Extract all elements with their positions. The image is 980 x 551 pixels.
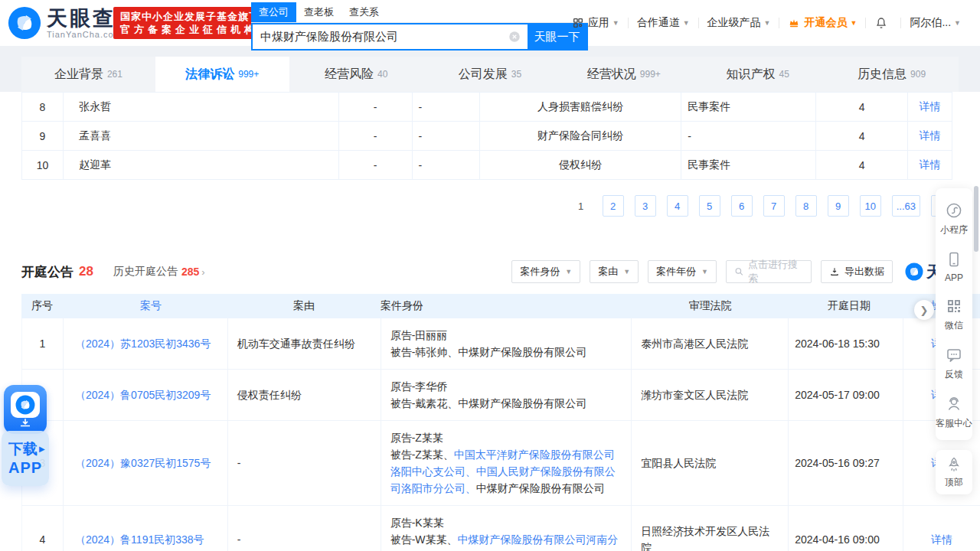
tab-6[interactable]: 历史信息909 <box>825 57 959 92</box>
page: 天眼查 TianYanCha.com 国家中小企业发展子基金旗下 官方备案企业征… <box>0 0 980 551</box>
search-input[interactable]: 中煤财产保险股份有限公司 <box>253 24 528 49</box>
filter-case-reason[interactable]: 案由▼ <box>590 260 639 283</box>
party-name: 张永哲 <box>64 93 339 121</box>
filter-case-role[interactable]: 案件身份▼ <box>511 260 580 283</box>
court-announcement-section-header: 开庭公告 28 历史开庭公告 285 › 案件身份▼ 案由▼ 案件年份▼ 点击进… <box>21 259 959 284</box>
history-count: 285 <box>181 266 199 278</box>
tab-2[interactable]: 经营风险40 <box>289 57 423 92</box>
tab-1[interactable]: 法律诉讼999+ <box>155 57 289 92</box>
page-scrollbar[interactable] <box>974 186 978 252</box>
search-placeholder: 点击进行搜索 <box>748 258 803 285</box>
nav-vip[interactable]: 开通会员▼ <box>779 16 865 30</box>
chevron-down-icon: ▼ <box>565 268 572 276</box>
search-tab-company[interactable]: 查公司 <box>251 2 296 22</box>
logo-swirl-icon <box>905 262 923 281</box>
tab-0[interactable]: 企业背景261 <box>21 57 155 92</box>
download-app-icon <box>4 385 47 434</box>
column-header-5: 开庭日期 <box>789 294 903 318</box>
bell-icon <box>874 16 888 30</box>
page-button-3[interactable]: 3 <box>635 195 656 217</box>
case-type: - <box>681 122 816 150</box>
filter-label: 案由 <box>598 265 618 279</box>
toolbar-label: 顶部 <box>945 476 963 489</box>
filter-label: 案件身份 <box>520 265 560 279</box>
feedback-icon <box>945 346 963 364</box>
defendants: 被告-韩张帅、中煤财产保险股份有限公司 <box>390 344 622 360</box>
tab-label: 公司发展 <box>459 67 508 83</box>
page-button-2[interactable]: 2 <box>603 195 624 217</box>
tab-3[interactable]: 公司发展35 <box>423 57 557 92</box>
table-search-input[interactable]: 点击进行搜索 <box>726 260 812 283</box>
tianyancha-logo[interactable]: 天眼查 TianYanCha.com <box>8 6 122 40</box>
detail-link[interactable]: 详情 <box>903 506 980 551</box>
chevron-down-icon: ▼ <box>764 19 771 27</box>
column-header-1: 案号 <box>63 294 227 318</box>
page-button-10[interactable]: 10 <box>860 195 881 217</box>
chevron-down-icon: ▼ <box>850 19 857 27</box>
notification-bell[interactable] <box>866 16 900 30</box>
nav-enterprise[interactable]: 企业级产品▼ <box>699 16 779 30</box>
grid-icon <box>572 17 584 29</box>
nav-partner[interactable]: 合作通道▼ <box>629 16 698 30</box>
tab-label: 经营状况 <box>587 67 636 83</box>
empty-value: - <box>413 151 480 179</box>
toolbar-miniprogram[interactable]: 小程序 <box>936 194 972 243</box>
search-box: 中煤财产保险股份有限公司 天眼一下 <box>251 23 588 51</box>
search-icon <box>734 266 744 277</box>
toolbar-app[interactable]: APP <box>936 243 972 290</box>
tab-count: 40 <box>377 69 387 80</box>
table-scroll-right-button[interactable]: ❯ <box>914 300 934 320</box>
section-tabs: 企业背景261法律诉讼999+经营风险40公司发展35经营状况999+知识产权4… <box>21 57 959 92</box>
case-number-link[interactable]: （2024）鲁1191民初338号 <box>64 506 228 551</box>
page-button-8[interactable]: 8 <box>795 195 817 217</box>
page-button-9[interactable]: 9 <box>828 195 849 217</box>
download-app-widget[interactable]: 下载▶ APP <box>2 385 51 486</box>
filter-label: 案件年份 <box>656 265 696 279</box>
hearing-date: 2024-05-16 09:27 <box>789 421 903 505</box>
page-button-7[interactable]: 7 <box>763 195 785 217</box>
column-header-3: 案件身份 <box>381 294 632 318</box>
tab-4[interactable]: 经营状况999+ <box>557 57 691 92</box>
tab-5[interactable]: 知识产权45 <box>691 57 825 92</box>
user-menu[interactable]: 阿尔伯...▼ <box>901 16 969 30</box>
row-index: 10 <box>22 151 64 179</box>
rocket-icon <box>946 456 962 473</box>
detail-link[interactable]: 详情 <box>908 122 952 150</box>
history-announcement-link[interactable]: 历史开庭公告 285 › <box>113 265 205 279</box>
court-name: 日照经济技术开发区人民法院 <box>632 506 789 551</box>
row-index: 4 <box>22 506 64 551</box>
back-to-top-button[interactable]: 顶部 <box>936 450 972 494</box>
filter-bar: 案件身份▼ 案由▼ 案件年份▼ 点击进行搜索 导出数据 天眼 <box>502 260 959 283</box>
page-button-last-63[interactable]: ...63 <box>892 195 920 217</box>
case-number-link[interactable]: （2024）苏1203民初3436号 <box>64 318 228 369</box>
search-tab-relation[interactable]: 查关系 <box>341 2 387 22</box>
download-arrow-icon <box>19 418 31 428</box>
nav-apps[interactable]: 应用▼ <box>564 16 628 30</box>
filter-case-year[interactable]: 案件年份▼ <box>648 260 717 283</box>
party-name: 赵迎革 <box>64 151 339 179</box>
pagination: 12345678910...63> <box>0 195 952 217</box>
toolbar-feedback[interactable]: 反馈 <box>936 339 972 388</box>
search-tab-boss[interactable]: 查老板 <box>296 2 341 22</box>
detail-link[interactable]: 详情 <box>908 93 952 121</box>
toolbar-customer-service[interactable]: 客服中心 <box>936 388 972 437</box>
clear-icon[interactable] <box>508 30 521 44</box>
toolbar-label: 微信 <box>945 319 963 332</box>
case-number-link[interactable]: （2024）豫0327民初1575号 <box>64 421 228 505</box>
page-button-6[interactable]: 6 <box>731 195 753 217</box>
case-parties: 原告-Z某某被告-Z某某、中国太平洋财产保险股份有限公司洛阳中心支公司、中国人民… <box>381 421 632 505</box>
column-header-2: 案由 <box>227 294 381 318</box>
column-header-4: 审理法院 <box>632 294 789 318</box>
export-data-button[interactable]: 导出数据 <box>821 260 893 283</box>
chevron-down-icon: ▼ <box>612 19 619 27</box>
case-number-link[interactable]: （2024）鲁0705民初3209号 <box>64 370 228 420</box>
row-index: 8 <box>22 93 64 121</box>
case-count: 4 <box>816 122 908 150</box>
toolbar-wechat[interactable]: 微信 <box>936 290 972 339</box>
plaintiff: 原告-李华侨 <box>390 378 622 395</box>
detail-link[interactable]: 详情 <box>908 151 952 179</box>
page-button-4[interactable]: 4 <box>667 195 688 217</box>
page-button-5[interactable]: 5 <box>699 195 720 217</box>
tab-label: 知识产权 <box>727 67 776 83</box>
empty-value: - <box>413 93 480 121</box>
